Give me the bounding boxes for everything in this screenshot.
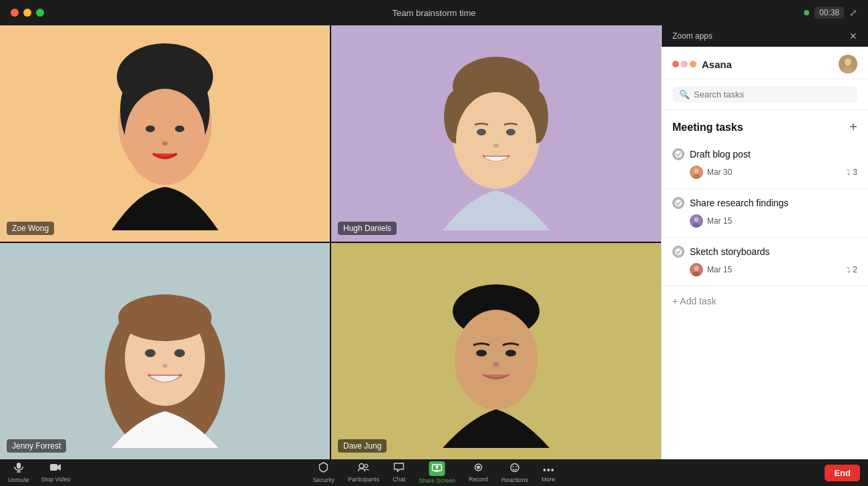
task-count-3: ⤵ 2 <box>847 265 857 274</box>
task-top-2: Share research findings <box>672 197 857 209</box>
svg-rect-43 <box>17 463 21 469</box>
participants-button[interactable]: Participants <box>348 463 379 483</box>
asana-logo-dots <box>672 61 696 67</box>
stop-video-label: Stop Video <box>41 476 71 483</box>
video-tile-jenny: Jenny Forrest <box>0 243 330 459</box>
svg-point-5 <box>125 89 205 185</box>
maximize-button[interactable] <box>36 9 44 17</box>
fullscreen-icon[interactable]: ⤢ <box>849 7 857 18</box>
task-item-2[interactable]: Share research findings Mar 15 <box>662 189 868 238</box>
video-tile-dave: Dave Jung <box>331 243 661 459</box>
asana-logo: Asana <box>672 59 732 70</box>
svg-point-52 <box>477 466 480 469</box>
search-input-wrap[interactable]: 🔍 <box>672 86 857 103</box>
participants-label: Participants <box>348 476 379 483</box>
task-date-2: Mar 15 <box>707 216 732 226</box>
record-button[interactable]: Record <box>469 463 488 483</box>
video-tile-hugh: Hugh Daniels <box>331 25 661 242</box>
task-check-1[interactable] <box>672 148 684 160</box>
add-task-label: + Add task <box>672 296 716 306</box>
video-tile-zoe: Zoe Wong <box>0 25 330 242</box>
security-icon <box>319 462 329 475</box>
svg-point-58 <box>551 469 554 471</box>
svg-point-29 <box>845 59 851 66</box>
more-label: More <box>541 476 556 483</box>
unmute-button[interactable]: Unmute <box>8 462 29 483</box>
end-button[interactable]: End <box>825 465 860 481</box>
task-meta-left-1: Mar 30 <box>690 166 732 179</box>
svg-point-16 <box>493 144 499 148</box>
subtask-icon-1: ⤵ <box>847 168 851 176</box>
user-avatar[interactable] <box>839 55 857 73</box>
share-screen-label: Share Screen <box>419 477 455 484</box>
title-right-area: 00:38 ⤢ <box>804 7 857 19</box>
zoom-apps-label: Zoom apps <box>672 31 712 41</box>
task-avatar-3 <box>690 263 703 276</box>
add-task-button[interactable]: + Add task <box>662 286 868 316</box>
face-jenny <box>0 243 330 459</box>
svg-point-7 <box>175 126 184 132</box>
svg-point-54 <box>513 466 514 467</box>
reactions-button[interactable]: Reactions <box>501 463 528 483</box>
share-screen-button[interactable]: Share Screen <box>419 461 455 484</box>
add-task-icon[interactable]: + <box>849 119 857 135</box>
label-zoe: Zoe Wong <box>7 222 54 235</box>
record-icon <box>474 463 483 475</box>
participants-icon <box>357 463 369 475</box>
unmute-label: Unmute <box>8 477 29 483</box>
task-check-2[interactable] <box>672 197 684 209</box>
search-input[interactable] <box>694 89 851 99</box>
task-avatar-1 <box>690 166 703 179</box>
face-hugh <box>331 25 661 242</box>
task-meta-left-3: Mar 15 <box>690 263 732 276</box>
toolbar-right: End <box>825 465 860 481</box>
svg-point-47 <box>359 464 364 469</box>
window-controls[interactable] <box>11 9 44 17</box>
task-date-1: Mar 30 <box>707 168 732 177</box>
svg-point-41 <box>694 266 699 271</box>
more-icon <box>543 463 554 475</box>
label-dave: Dave Jung <box>338 439 387 453</box>
task-item-1[interactable]: Draft blog post Mar 30 <box>662 140 868 189</box>
tasks-header: Meeting tasks + <box>662 110 868 140</box>
main-area: Zoe Wong <box>0 25 868 459</box>
svg-rect-46 <box>50 464 57 471</box>
face-zoe <box>0 25 330 242</box>
chat-button[interactable]: Chat <box>393 463 405 483</box>
task-meta-1: Mar 30 ⤵ 3 <box>672 166 857 179</box>
task-name-1: Draft blog post <box>690 149 750 160</box>
svg-point-26 <box>505 350 516 356</box>
asana-panel-header: Asana <box>662 47 868 79</box>
asana-dot-pink <box>681 61 688 67</box>
video-grid: Zoe Wong <box>0 25 661 459</box>
svg-point-20 <box>145 349 156 357</box>
minimize-button[interactable] <box>23 9 31 17</box>
task-name-3: Sketch storyboards <box>690 246 770 257</box>
asana-dot-orange <box>690 61 696 67</box>
task-meta-3: Mar 15 ⤵ 2 <box>672 263 857 276</box>
asana-dot-red <box>672 61 679 67</box>
security-button[interactable]: Security <box>312 462 335 483</box>
asana-panel: Zoom apps ✕ Asana <box>661 25 868 459</box>
svg-point-35 <box>674 199 682 207</box>
task-item-3[interactable]: Sketch storyboards Mar 15 <box>662 238 868 286</box>
close-button[interactable] <box>11 9 19 17</box>
more-button[interactable]: More <box>541 463 556 483</box>
stop-video-button[interactable]: Stop Video <box>41 463 71 483</box>
svg-point-48 <box>365 465 368 468</box>
zoom-apps-close-icon[interactable]: ✕ <box>849 31 857 41</box>
subtask-icon-3: ⤵ <box>847 266 851 274</box>
svg-point-31 <box>674 150 682 158</box>
svg-point-37 <box>694 217 699 222</box>
svg-point-25 <box>476 350 487 356</box>
record-label: Record <box>469 476 488 483</box>
svg-point-24 <box>455 310 537 410</box>
task-check-3[interactable] <box>672 246 684 258</box>
task-count-1: ⤵ 3 <box>847 168 857 177</box>
face-dave <box>331 243 661 459</box>
title-bar: Team brainstorm time 00:38 ⤢ <box>0 0 868 25</box>
search-icon: 🔍 <box>679 89 690 99</box>
svg-point-55 <box>516 466 517 467</box>
task-list: Draft blog post Mar 30 <box>662 140 868 459</box>
svg-point-6 <box>146 126 155 132</box>
